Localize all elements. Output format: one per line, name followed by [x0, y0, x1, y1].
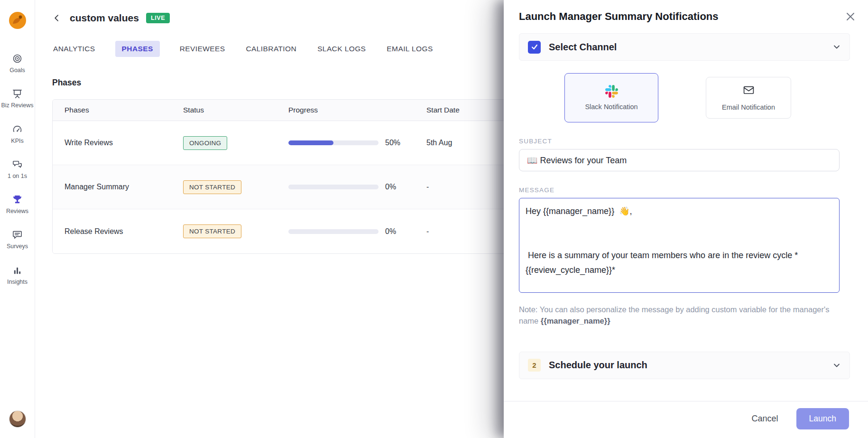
launch-notifications-modal: Launch Manager Summary Notifications Sel…: [504, 0, 868, 438]
progress-cell: 0%: [288, 183, 426, 191]
tab-slack-logs[interactable]: SLACK LOGS: [316, 41, 367, 57]
tab-reviewees[interactable]: REVIEWEES: [179, 41, 226, 57]
subject-label: SUBJECT: [519, 138, 850, 145]
select-channel-section-header[interactable]: Select Channel: [519, 33, 850, 61]
schedule-title: Schedule your launch: [549, 360, 647, 371]
modal-body: Select Channel Slack Notification: [504, 29, 868, 401]
app-logo-icon: [9, 11, 27, 29]
sidebar-item-label: 1 on 1s: [8, 172, 27, 180]
progress-track: [288, 140, 379, 145]
sidebar-item-kpis[interactable]: KPIs /* placeholder removed by binder */: [1, 124, 34, 145]
chevron-left-icon: [52, 13, 62, 23]
progress-label: 0%: [385, 183, 396, 191]
progress-track: [288, 185, 379, 189]
tab-phases[interactable]: PHASES: [115, 41, 160, 57]
schedule-section-header[interactable]: 2 Schedule your launch: [519, 352, 850, 379]
status-badge: NOT STARTED: [183, 180, 241, 194]
channel-card-slack[interactable]: Slack Notification: [564, 73, 658, 122]
step-2-badge: 2: [528, 359, 541, 372]
modal-title: Launch Manager Summary Notifications: [519, 10, 719, 23]
user-avatar[interactable]: [9, 410, 26, 428]
phase-name: Manager Summary: [65, 183, 183, 191]
target-icon: [12, 53, 23, 64]
sidebar-item-reviews[interactable]: Reviews: [1, 194, 34, 215]
progress-fill: [288, 140, 333, 145]
progress-label: 50%: [385, 139, 400, 147]
presentation-icon: [12, 88, 23, 99]
back-button[interactable]: [52, 13, 63, 23]
sidebar-item-label: Surveys: [7, 242, 28, 250]
sidebar-item-1on1s[interactable]: 1 on 1s: [1, 159, 34, 180]
select-channel-checkbox[interactable]: [528, 41, 541, 54]
progress-label: 0%: [385, 227, 396, 236]
chevron-down-icon[interactable]: [832, 43, 841, 51]
cancel-button[interactable]: Cancel: [752, 414, 778, 424]
chevron-down-icon[interactable]: [832, 361, 841, 370]
sidebar-item-biz-reviews[interactable]: Biz Reviews: [1, 88, 34, 109]
sidebar-item-goals[interactable]: Goals: [1, 53, 34, 74]
sidebar: Goals Biz Reviews KPIs /* placeholder re…: [0, 0, 35, 438]
note-text: Note: You can also personalize the messa…: [519, 304, 840, 327]
channel-label-email: Email Notification: [722, 103, 775, 111]
gauge-icon: [12, 124, 23, 135]
select-channel-title: Select Channel: [549, 42, 617, 53]
sidebar-item-label: Goals: [9, 66, 25, 74]
sidebar-item-label: Insights: [7, 278, 28, 286]
progress-track: [288, 229, 379, 234]
message-label: MESSAGE: [519, 186, 850, 194]
tab-email-logs[interactable]: EMAIL LOGS: [386, 41, 434, 57]
check-icon: [531, 43, 538, 51]
modal-footer: Cancel Launch: [504, 401, 868, 438]
sidebar-item-insights[interactable]: Insights: [1, 265, 34, 286]
channel-card-email[interactable]: Email Notification: [706, 77, 791, 119]
app-logo[interactable]: [9, 11, 27, 29]
sidebar-nav: Goals Biz Reviews KPIs /* placeholder re…: [1, 53, 34, 286]
slack-icon: [605, 85, 618, 98]
message-textarea[interactable]: Hey {{manager_name}} 👋, Here is a summar…: [519, 198, 840, 293]
channel-label-slack: Slack Notification: [585, 103, 637, 111]
sidebar-item-label: Biz Reviews: [1, 102, 33, 109]
chat-bubbles-icon: [12, 159, 23, 170]
phase-name: Write Reviews: [65, 139, 183, 147]
app-root: Goals Biz Reviews KPIs /* placeholder re…: [0, 0, 868, 438]
note-variable: {{manager_name}}: [541, 317, 610, 325]
modal-header: Launch Manager Summary Notifications: [504, 0, 868, 29]
survey-icon: [12, 229, 23, 240]
phase-name: Release Reviews: [65, 227, 183, 236]
progress-cell: 50%: [288, 139, 426, 147]
column-header-progress: Progress: [288, 106, 426, 114]
sidebar-item-label: KPIs: [11, 137, 23, 145]
trophy-icon: [12, 194, 23, 205]
status-badge: ONGOING: [183, 136, 227, 150]
subject-input[interactable]: [519, 149, 840, 171]
sidebar-item-label: Reviews: [6, 207, 28, 215]
status-badge: NOT STARTED: [183, 224, 241, 238]
progress-cell: 0%: [288, 227, 426, 236]
column-header-phases: Phases: [65, 106, 183, 114]
page-title: custom values: [70, 12, 139, 24]
launch-button[interactable]: Launch: [796, 408, 849, 429]
sidebar-item-surveys[interactable]: Surveys: [1, 229, 34, 250]
tab-calibration[interactable]: CALIBRATION: [245, 41, 298, 57]
bar-chart-icon: [12, 265, 23, 276]
close-icon[interactable]: [846, 12, 857, 23]
tab-analytics[interactable]: ANALYTICS: [52, 41, 96, 57]
column-header-status: Status: [183, 106, 288, 114]
email-icon: [743, 84, 755, 98]
live-badge: LIVE: [146, 13, 170, 23]
channel-options: Slack Notification Email Notification: [564, 73, 850, 122]
